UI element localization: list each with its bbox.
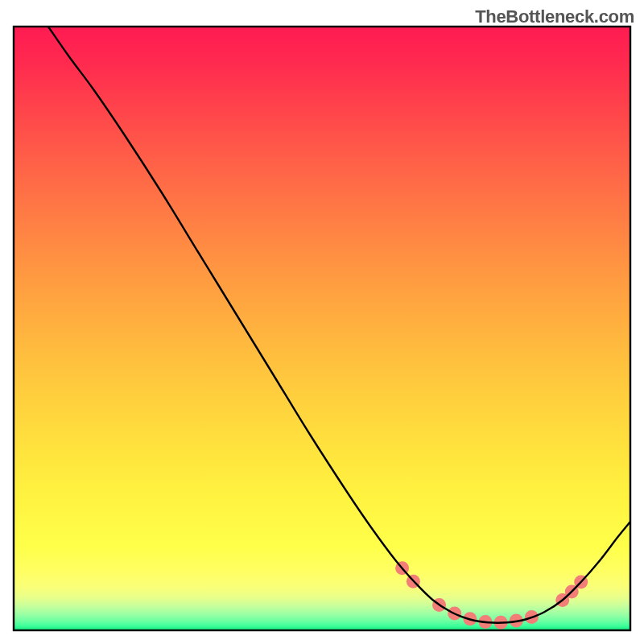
bottleneck-chart: TheBottleneck.com [0, 0, 644, 644]
watermark-text: TheBottleneck.com [475, 6, 634, 27]
gradient-background [14, 27, 630, 630]
chart-svg [0, 0, 644, 644]
plot-area [14, 27, 630, 630]
